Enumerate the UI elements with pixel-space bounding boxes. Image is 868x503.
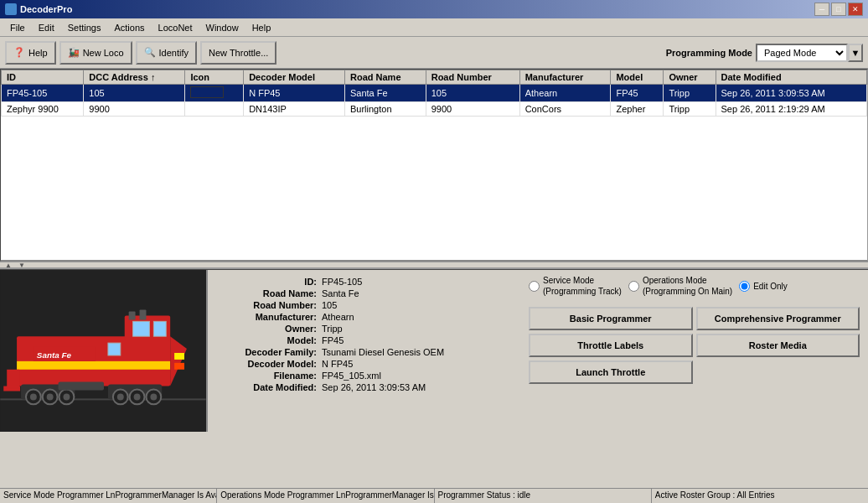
edit-only-label[interactable]: Edit Only	[753, 281, 788, 292]
cell-id: Zephyr 9900	[2, 102, 84, 117]
edit-only-radio[interactable]	[739, 281, 750, 292]
table-header-row: ID DCC Address ↑ Icon Decoder Model Road…	[2, 70, 867, 85]
loco-svg: Santa Fe	[0, 270, 206, 432]
resize-handle[interactable]: ▲ ▼	[0, 262, 868, 268]
svg-rect-8	[108, 343, 121, 355]
decoder-model-value: N FP45	[322, 359, 353, 369]
cell-road: Santa Fe	[344, 85, 426, 102]
svg-rect-29	[140, 310, 147, 320]
cell-icon	[185, 102, 244, 117]
basic-programmer-button[interactable]: Basic Programmer	[529, 307, 693, 330]
prog-mode-dropdown[interactable]: Paged Mode Direct Bit Mode Direct Byte M…	[756, 44, 848, 62]
manufacturer-label: Manufacturer:	[216, 312, 317, 322]
table-row[interactable]: FP45-105 105 N FP45 Santa Fe 105 Athearn…	[2, 85, 867, 102]
cell-model: Zepher	[611, 102, 664, 117]
service-mode-radio-group: Service Mode (Programming Track)	[529, 275, 622, 297]
cell-road: Burlington	[344, 102, 426, 117]
svg-point-15	[30, 393, 37, 400]
launch-throttle-button[interactable]: Launch Throttle	[529, 360, 693, 384]
edit-only-radio-group: Edit Only	[739, 281, 788, 292]
loco-image-panel: Santa Fe	[0, 270, 208, 432]
menu-actions[interactable]: Actions	[107, 18, 151, 36]
throttle-labels-button[interactable]: Throttle Labels	[529, 334, 693, 357]
col-date[interactable]: Date Modified	[716, 70, 866, 85]
help-button[interactable]: ❓ Help	[5, 41, 56, 65]
svg-rect-28	[129, 311, 136, 319]
new-throttle-button[interactable]: New Throttle...	[200, 41, 276, 65]
radio-row: Service Mode (Programming Track) Operati…	[529, 275, 860, 297]
manufacturer-value: Athearn	[322, 312, 354, 322]
right-panel: Service Mode (Programming Track) Operati…	[520, 270, 868, 432]
col-icon[interactable]: Icon	[185, 70, 244, 85]
table-row[interactable]: Zephyr 9900 9900 DN143IP Burlington 9900…	[2, 102, 867, 117]
road-number-label: Road Number:	[216, 300, 317, 310]
menu-edit[interactable]: Edit	[32, 18, 61, 36]
cell-number: 9900	[426, 102, 519, 117]
svg-rect-11	[174, 353, 184, 360]
status-right2: Active Roster Group : All Entries	[652, 489, 868, 503]
cell-dcc: 9900	[84, 102, 185, 117]
col-owner[interactable]: Owner	[664, 70, 716, 85]
info-manufacturer-row: Manufacturer: Athearn	[216, 312, 512, 322]
operations-mode-label[interactable]: Operations Mode (Programming On Main)	[643, 275, 732, 297]
owner-value: Tripp	[322, 324, 343, 334]
decoder-family-label: Decoder Family:	[216, 347, 317, 357]
cell-manufacturer: Athearn	[519, 85, 611, 102]
comprehensive-programmer-button[interactable]: Comprehensive Programmer	[696, 307, 860, 330]
roster-media-button[interactable]: Roster Media	[696, 334, 860, 357]
model-value: FP45	[322, 335, 344, 345]
loco-icon	[190, 86, 224, 98]
minimize-button[interactable]: ─	[814, 3, 829, 16]
menu-help[interactable]: Help	[245, 18, 278, 36]
col-number[interactable]: Road Number	[426, 70, 519, 85]
operations-mode-radio-group: Operations Mode (Programming On Main)	[628, 275, 732, 297]
app-icon	[5, 3, 17, 15]
close-button[interactable]: ✕	[848, 3, 863, 16]
menu-window[interactable]: Window	[199, 18, 245, 36]
svg-point-22	[117, 393, 124, 400]
cell-date: Sep 26, 2011 3:09:53 AM	[716, 85, 866, 102]
cell-id: FP45-105	[2, 85, 84, 102]
info-road-name-row: Road Name: Santa Fe	[216, 288, 512, 298]
svg-point-26	[150, 393, 157, 400]
col-manufacturer[interactable]: Manufacturer	[519, 70, 611, 85]
new-loco-button[interactable]: 🚂 New Loco	[59, 41, 132, 65]
new-loco-icon: 🚂	[68, 47, 80, 58]
statusbar: Service Mode Programmer LnProgrammerMana…	[0, 488, 868, 503]
col-id[interactable]: ID	[2, 70, 84, 85]
titlebar-left: DecoderPro	[5, 3, 72, 15]
service-mode-radio[interactable]	[529, 281, 540, 292]
service-mode-label[interactable]: Service Mode (Programming Track)	[543, 275, 622, 297]
svg-rect-7	[153, 321, 166, 336]
date-modified-label: Date Modified:	[216, 382, 317, 392]
operations-mode-radio[interactable]	[628, 281, 639, 292]
prog-mode-arrow[interactable]: ▼	[848, 44, 863, 62]
road-name-value: Santa Fe	[322, 288, 359, 298]
cell-manufacturer: ConCors	[519, 102, 611, 117]
menu-loconet[interactable]: LocoNet	[152, 18, 199, 36]
id-value: FP45-105	[322, 277, 362, 287]
col-road[interactable]: Road Name	[344, 70, 426, 85]
col-dcc[interactable]: DCC Address ↑	[84, 70, 185, 85]
table-area: ID DCC Address ↑ Icon Decoder Model Road…	[0, 69, 868, 262]
identify-button[interactable]: 🔍 Identify	[136, 41, 197, 65]
resize-up-icon: ▲	[5, 262, 12, 269]
col-decoder[interactable]: Decoder Model	[244, 70, 345, 85]
status-middle: Operations Mode Programmer LnProgrammerM…	[217, 489, 434, 503]
info-road-number-row: Road Number: 105	[216, 300, 512, 310]
bottom-panel: Santa Fe	[0, 268, 868, 432]
menubar: File Edit Settings Actions LocoNet Windo…	[0, 18, 868, 37]
identify-icon: 🔍	[144, 47, 156, 58]
svg-point-19	[63, 393, 70, 400]
maximize-button[interactable]: □	[831, 3, 846, 16]
status-left: Service Mode Programmer LnProgrammerMana…	[0, 489, 217, 503]
app-title: DecoderPro	[20, 4, 72, 14]
info-date-row: Date Modified: Sep 26, 2011 3:09:53 AM	[216, 382, 512, 392]
svg-rect-31	[3, 386, 20, 392]
menu-file[interactable]: File	[3, 18, 32, 36]
cell-owner: Tripp	[664, 102, 716, 117]
col-model[interactable]: Model	[611, 70, 664, 85]
menu-settings[interactable]: Settings	[61, 18, 108, 36]
svg-rect-3	[17, 361, 170, 370]
cell-model: FP45	[611, 85, 664, 102]
